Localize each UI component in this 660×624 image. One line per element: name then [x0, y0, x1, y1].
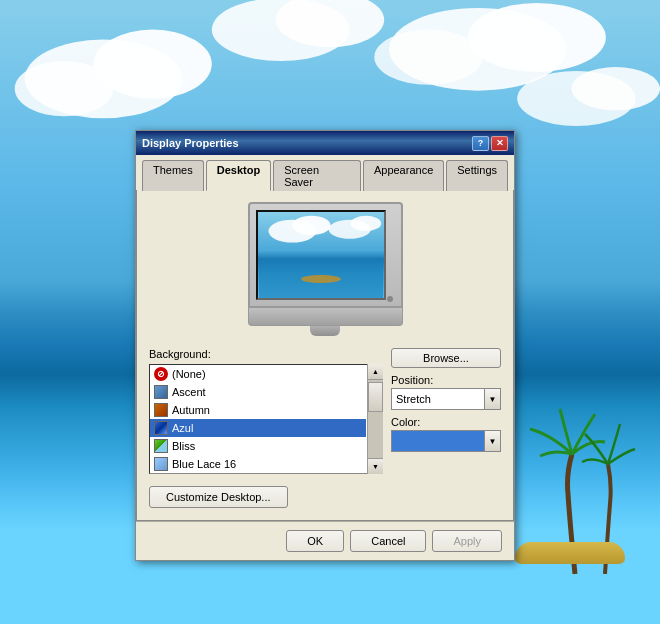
right-panel: Browse... Position: Stretch ▼ Color: ▼ — [391, 348, 501, 474]
monitor-preview-container — [149, 202, 501, 336]
svg-point-5 — [374, 30, 482, 85]
image-icon — [154, 385, 168, 399]
tab-settings[interactable]: Settings — [446, 160, 508, 191]
customize-row: Customize Desktop... — [149, 482, 501, 508]
sand-island — [515, 542, 625, 564]
list-item[interactable]: Bliss — [150, 437, 366, 455]
svg-point-9 — [571, 67, 660, 110]
tab-desktop[interactable]: Desktop — [206, 160, 271, 191]
ok-button[interactable]: OK — [286, 530, 344, 552]
list-item-selected[interactable]: Azul — [150, 419, 366, 437]
monitor-screen — [256, 210, 386, 300]
position-field: Position: Stretch ▼ — [391, 374, 501, 410]
monitor-preview — [248, 202, 403, 336]
image-icon — [154, 439, 168, 453]
dropdown-arrow-icon[interactable]: ▼ — [484, 389, 500, 409]
tab-themes[interactable]: Themes — [142, 160, 204, 191]
image-icon — [154, 421, 168, 435]
position-dropdown[interactable]: Stretch ▼ — [391, 388, 501, 410]
color-label: Color: — [391, 416, 501, 428]
color-dropdown-arrow-icon[interactable]: ▼ — [484, 431, 500, 451]
scroll-down-button[interactable]: ▼ — [368, 458, 383, 474]
background-label: Background: — [149, 348, 383, 360]
monitor-power-dot — [387, 296, 393, 302]
background-section: Background: ⊘ (None) Ascent — [149, 348, 501, 474]
position-label: Position: — [391, 374, 501, 386]
cancel-button[interactable]: Cancel — [350, 530, 426, 552]
no-icon: ⊘ — [154, 367, 168, 381]
background-list-panel: Background: ⊘ (None) Ascent — [149, 348, 383, 474]
background-list-wrapper: ⊘ (None) Ascent Autumn — [149, 364, 383, 474]
list-item[interactable]: Coffee Bean — [150, 473, 366, 474]
scroll-up-button[interactable]: ▲ — [368, 364, 383, 380]
customize-desktop-button[interactable]: Customize Desktop... — [149, 486, 288, 508]
monitor-base — [248, 308, 403, 326]
title-bar: Display Properties ? ✕ — [136, 131, 514, 155]
help-button[interactable]: ? — [472, 136, 489, 151]
list-item[interactable]: ⊘ (None) — [150, 365, 366, 383]
browse-button[interactable]: Browse... — [391, 348, 501, 368]
bottom-bar: OK Cancel Apply — [136, 521, 514, 560]
svg-point-11 — [292, 216, 330, 235]
image-icon — [154, 403, 168, 417]
svg-point-2 — [15, 61, 114, 116]
position-value: Stretch — [396, 393, 482, 405]
color-field: Color: ▼ — [391, 416, 501, 452]
tab-appearance[interactable]: Appearance — [363, 160, 444, 191]
color-dropdown[interactable]: ▼ — [391, 430, 501, 452]
scroll-thumb[interactable] — [368, 382, 383, 412]
svg-point-4 — [468, 3, 606, 72]
dialog-title: Display Properties — [142, 137, 239, 149]
monitor-stand — [310, 326, 340, 336]
tabs-bar: Themes Desktop Screen Saver Appearance S… — [136, 155, 514, 190]
dialog-content: Background: ⊘ (None) Ascent — [136, 190, 514, 521]
monitor-frame — [248, 202, 403, 308]
close-button[interactable]: ✕ — [491, 136, 508, 151]
image-icon — [154, 457, 168, 471]
scroll-track — [368, 380, 383, 458]
svg-point-13 — [350, 216, 381, 231]
display-properties-dialog: Display Properties ? ✕ Themes Desktop Sc… — [135, 130, 515, 561]
background-list[interactable]: ⊘ (None) Ascent Autumn — [149, 364, 383, 474]
list-item[interactable]: Autumn — [150, 401, 366, 419]
list-item[interactable]: Ascent — [150, 383, 366, 401]
tab-screensaver[interactable]: Screen Saver — [273, 160, 361, 191]
title-bar-buttons: ? ✕ — [472, 136, 508, 151]
monitor-island — [301, 275, 341, 283]
list-item[interactable]: Blue Lace 16 — [150, 455, 366, 473]
apply-button[interactable]: Apply — [432, 530, 502, 552]
list-scrollbar[interactable]: ▲ ▼ — [367, 364, 383, 474]
